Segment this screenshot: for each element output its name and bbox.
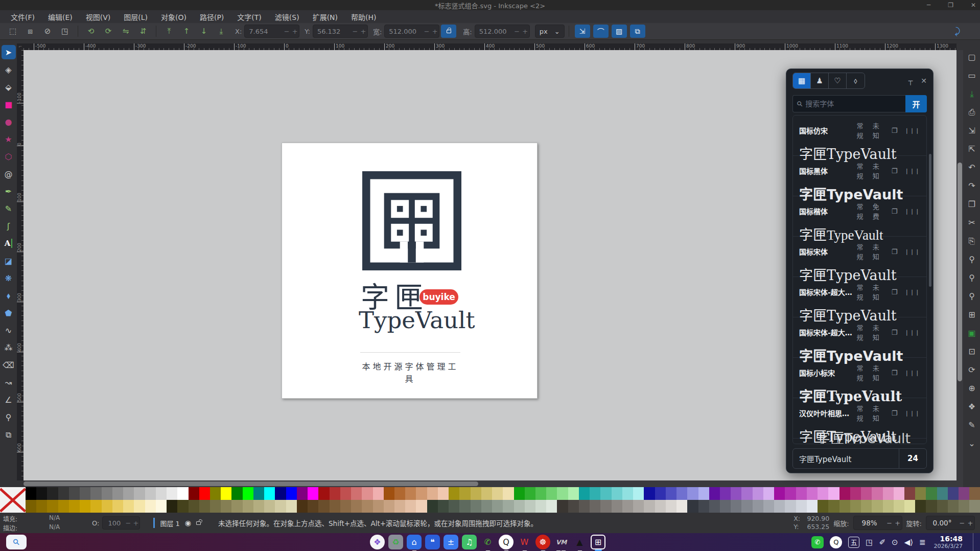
zoom-selection-icon[interactable]: ⚲ — [965, 252, 978, 266]
tab-personal[interactable]: ♟ — [811, 73, 829, 88]
app-store-icon[interactable]: ⌂ — [407, 535, 422, 549]
rotation-control[interactable]: 0.00° − + — [926, 516, 975, 530]
palette-swatch[interactable] — [253, 487, 264, 500]
cut-icon[interactable]: ✂ — [965, 216, 978, 229]
palette-swatch[interactable] — [199, 487, 210, 500]
lower-to-bottom-icon[interactable]: ⤓ — [214, 25, 229, 38]
palette-swatch[interactable] — [525, 500, 535, 513]
scale-corners-toggle[interactable]: ⌒ — [593, 25, 609, 38]
maximize-button[interactable]: ❐ — [948, 2, 953, 9]
palette-swatch[interactable] — [318, 500, 329, 513]
flip-horizontal-icon[interactable]: ⇋ — [118, 25, 133, 38]
palette-swatch[interactable] — [546, 487, 557, 500]
dropper-tool[interactable]: ⬧ — [2, 288, 16, 303]
zoom-decrement[interactable]: − — [885, 519, 894, 527]
spray-tool[interactable]: ⁂ — [2, 340, 16, 355]
palette-swatch[interactable] — [384, 500, 394, 513]
palette-swatch[interactable] — [221, 500, 231, 513]
font-variants-icon[interactable]: ❘❘❘ — [904, 329, 920, 336]
vertical-scrollbar-thumb[interactable] — [958, 163, 962, 381]
copy-font-name-icon[interactable]: ❐ — [892, 208, 898, 215]
menu-item-6[interactable]: 路径(P) — [194, 11, 229, 23]
rotation-decrement[interactable]: − — [958, 519, 966, 527]
palette-swatch[interactable] — [231, 487, 242, 500]
palette-swatch[interactable] — [796, 500, 807, 513]
measure-tool[interactable]: ∠ — [2, 393, 16, 407]
menu-item-9[interactable]: 扩展(N) — [307, 11, 343, 23]
scale-stroke-toggle[interactable]: ⇲ — [575, 25, 590, 38]
layers-icon[interactable]: ▣ — [965, 326, 978, 339]
palette-swatch[interactable] — [145, 487, 156, 500]
palette-swatch[interactable] — [937, 500, 948, 513]
palette-swatch[interactable] — [427, 500, 438, 513]
font-list-item[interactable]: 国标小标宋常规未知❐❘❘❘字匣TypeVault — [793, 358, 926, 398]
palette-swatch[interactable] — [796, 487, 807, 500]
palette-swatch[interactable] — [753, 487, 763, 500]
font-list-item[interactable]: 国标宋体常规未知❐❘❘❘字匣TypeVault — [793, 237, 926, 277]
palette-swatch[interactable] — [600, 487, 611, 500]
palette-swatch[interactable] — [633, 487, 644, 500]
zoom-drawing-icon[interactable]: ⚲ — [965, 271, 978, 284]
palette-swatch[interactable] — [818, 500, 828, 513]
zoom-increment[interactable]: + — [894, 519, 902, 527]
palette-swatch[interactable] — [47, 487, 58, 500]
rotate-cw-icon[interactable]: ⟳ — [101, 25, 116, 38]
palette-swatch[interactable] — [449, 487, 459, 500]
palette-swatch[interactable] — [416, 500, 427, 513]
palette-swatch[interactable] — [731, 487, 741, 500]
font-variants-icon[interactable]: ❘❘❘ — [904, 168, 920, 174]
palette-swatch[interactable] — [948, 500, 959, 513]
palette-swatch[interactable] — [427, 487, 438, 500]
palette-swatch[interactable] — [177, 500, 188, 513]
palette-swatch[interactable] — [828, 487, 839, 500]
raise-to-top-icon[interactable]: ⤒ — [161, 25, 177, 38]
palette-swatch[interactable] — [741, 500, 752, 513]
title-bar[interactable]: *标志竖式组合.svg - Inkscape <2> ─❐✕ — [0, 0, 980, 10]
palette-swatch[interactable] — [384, 487, 394, 500]
y-field-increment[interactable]: + — [359, 28, 367, 35]
palette-swatch[interactable] — [69, 500, 80, 513]
palette-swatch[interactable] — [850, 487, 861, 500]
width-field-decrement[interactable]: − — [423, 28, 431, 35]
palette-swatch[interactable] — [568, 500, 579, 513]
palette-swatch[interactable] — [839, 487, 850, 500]
palette-swatch[interactable] — [535, 487, 546, 500]
palette-swatch[interactable] — [471, 487, 481, 500]
move-gradients-toggle[interactable]: ▨ — [612, 25, 627, 38]
palette-swatch[interactable] — [167, 500, 177, 513]
palette-swatch[interactable] — [850, 500, 861, 513]
snap-controls-icon[interactable]: ⊕ — [965, 381, 978, 395]
copy-icon[interactable]: ❐ — [965, 197, 978, 211]
fill-stroke-indicator[interactable]: 填充:N/A 描边:N/A — [0, 514, 77, 532]
layer-visibility-icon[interactable]: ◉ — [185, 519, 191, 527]
palette-swatch[interactable] — [698, 500, 709, 513]
palette-swatch[interactable] — [36, 487, 47, 500]
palette-swatch[interactable] — [503, 487, 514, 500]
palette-swatch[interactable] — [416, 487, 427, 500]
zoom-control[interactable]: 98% − + — [853, 516, 902, 530]
palette-swatch[interactable] — [904, 500, 915, 513]
palette-swatch[interactable] — [514, 500, 525, 513]
palette-swatch[interactable] — [741, 487, 752, 500]
layer-lock-icon[interactable] — [196, 521, 201, 525]
pin-icon[interactable]: ┬ — [908, 77, 913, 85]
x-field-decrement[interactable]: − — [283, 28, 291, 35]
palette-swatch[interactable] — [839, 500, 850, 513]
menu-item-10[interactable]: 帮助(H) — [345, 11, 382, 23]
music-icon[interactable]: ♫ — [462, 535, 477, 549]
palette-swatch[interactable] — [481, 487, 492, 500]
snap-toggle[interactable]: ⤸ — [950, 25, 965, 38]
palette-swatch[interactable] — [698, 487, 709, 500]
inkscape-icon[interactable]: ▲ — [572, 535, 587, 549]
opacity-decrement[interactable]: − — [124, 519, 132, 527]
palette-swatch[interactable] — [189, 487, 199, 500]
palette-swatch[interactable] — [959, 500, 969, 513]
palette-swatch[interactable] — [394, 500, 405, 513]
palette-swatch[interactable] — [318, 487, 329, 500]
palette-swatch[interactable] — [308, 487, 318, 500]
text-tool[interactable]: A — [2, 236, 16, 250]
power-icon[interactable]: ⊙ — [892, 538, 898, 547]
palette-swatch[interactable] — [774, 487, 785, 500]
palette-swatch[interactable] — [969, 487, 980, 500]
launcher-icon[interactable]: ❖ — [370, 535, 385, 549]
